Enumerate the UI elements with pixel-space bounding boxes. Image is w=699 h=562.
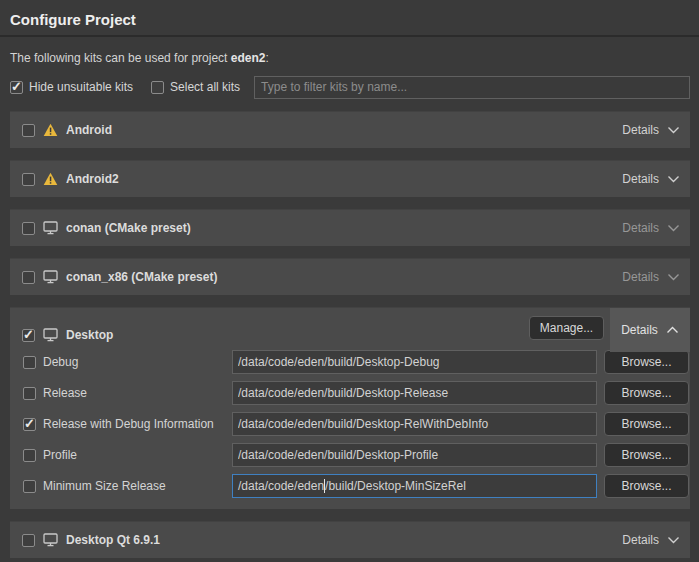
config-checkbox-debug[interactable]: [23, 356, 36, 369]
filter-controls: Hide unsuitable kits Select all kits: [10, 75, 690, 99]
chevron-down-icon: [667, 175, 680, 183]
config-checkbox-profile[interactable]: [23, 449, 36, 462]
details-toggle-android[interactable]: Details: [622, 123, 680, 137]
build-dir-input-minsizerel-focused[interactable]: /data/code/eden/build/Desktop-MinSizeRel: [232, 474, 597, 498]
kit-name: Android: [66, 123, 112, 137]
config-row-debug: Debug Browse...: [23, 350, 690, 374]
hide-unsuitable-label[interactable]: Hide unsuitable kits: [29, 80, 133, 94]
details-toggle-conan[interactable]: Details: [622, 221, 680, 235]
desktop-monitor-icon: [43, 221, 58, 235]
config-label: Debug: [43, 355, 78, 369]
kit-checkbox-desktop[interactable]: [22, 329, 35, 342]
chevron-down-icon: [667, 126, 680, 134]
kit-checkbox-conan-x86[interactable]: [22, 271, 35, 284]
config-label: Release: [43, 386, 87, 400]
kit-name: conan (CMake preset): [66, 221, 191, 235]
kit-checkbox-android[interactable]: [22, 124, 35, 137]
kit-checkbox-desktop-qt[interactable]: [22, 534, 35, 547]
kit-filter-input[interactable]: [254, 76, 690, 99]
select-all-label[interactable]: Select all kits: [170, 80, 240, 94]
build-dir-input-profile[interactable]: [232, 443, 597, 467]
details-toggle-android2[interactable]: Details: [622, 172, 680, 186]
hide-unsuitable-checkbox[interactable]: [10, 81, 23, 94]
browse-button-debug[interactable]: Browse...: [604, 350, 689, 374]
kit-checkbox-android2[interactable]: [22, 173, 35, 186]
details-toggle-conan-x86[interactable]: Details: [622, 270, 680, 284]
path-text-before-cursor: /data/code/eden: [238, 479, 324, 493]
config-row-relwithdebinfo: Release with Debug Information Browse...: [23, 412, 690, 436]
kit-name: Android2: [66, 172, 119, 186]
project-name: eden2: [231, 51, 266, 65]
build-dir-input-release[interactable]: [232, 381, 597, 405]
intro-text-after: :: [265, 51, 268, 65]
config-label: Minimum Size Release: [43, 479, 166, 493]
details-label: Details: [622, 270, 659, 284]
config-checkbox-minsizerel[interactable]: [23, 480, 36, 493]
kit-panel-desktop: Desktop Manage... Details Debug Browse..…: [10, 307, 690, 509]
config-checkbox-relwithdebinfo[interactable]: [23, 418, 36, 431]
build-dir-input-debug[interactable]: [232, 350, 597, 374]
chevron-down-icon: [667, 224, 680, 232]
desktop-monitor-icon: [43, 270, 58, 284]
kit-row-android2: Android2 Details: [10, 160, 690, 197]
browse-button-minsizerel[interactable]: Browse...: [604, 474, 689, 498]
select-all-checkbox[interactable]: [151, 81, 164, 94]
config-row-release: Release Browse...: [23, 381, 690, 405]
page-title: Configure Project: [0, 0, 699, 35]
browse-button-profile[interactable]: Browse...: [604, 443, 689, 467]
kit-checkbox-conan[interactable]: [22, 222, 35, 235]
config-row-minsizerel: Minimum Size Release /data/code/eden/bui…: [23, 474, 690, 498]
details-label: Details: [621, 323, 658, 337]
kit-row-android: Android Details: [10, 111, 690, 148]
browse-button-release[interactable]: Browse...: [604, 381, 689, 405]
chevron-up-icon: [666, 326, 679, 334]
kit-name: conan_x86 (CMake preset): [66, 270, 217, 284]
chevron-down-icon: [667, 273, 680, 281]
desktop-monitor-icon: [43, 328, 58, 342]
intro-text-before: The following kits can be used for proje…: [10, 51, 231, 65]
kit-name: Desktop: [66, 328, 113, 342]
config-checkbox-release[interactable]: [23, 387, 36, 400]
kit-row-conan: conan (CMake preset) Details: [10, 209, 690, 246]
details-label: Details: [622, 533, 659, 547]
desktop-monitor-icon: [43, 533, 58, 547]
build-dir-input-relwithdebinfo[interactable]: [232, 412, 597, 436]
details-label: Details: [622, 221, 659, 235]
kit-row-conan-x86: conan_x86 (CMake preset) Details: [10, 258, 690, 295]
warning-icon: [43, 172, 58, 186]
config-label: Profile: [43, 448, 77, 462]
kit-name: Desktop Qt 6.9.1: [66, 533, 160, 547]
chevron-down-icon: [667, 536, 680, 544]
warning-icon: [43, 123, 58, 137]
config-label: Release with Debug Information: [43, 417, 214, 431]
browse-button-relwithdebinfo[interactable]: Browse...: [604, 412, 689, 436]
details-toggle-desktop-expanded[interactable]: Details: [610, 308, 690, 352]
details-label: Details: [622, 172, 659, 186]
intro-text: The following kits can be used for proje…: [0, 37, 699, 65]
details-toggle-desktop-qt[interactable]: Details: [622, 533, 680, 547]
details-label: Details: [622, 123, 659, 137]
config-row-profile: Profile Browse...: [23, 443, 690, 467]
manage-kits-button[interactable]: Manage...: [529, 316, 604, 340]
kit-row-desktop-qt: Desktop Qt 6.9.1 Details: [10, 521, 690, 558]
path-text-after-cursor: /build/Desktop-MinSizeRel: [325, 479, 466, 493]
